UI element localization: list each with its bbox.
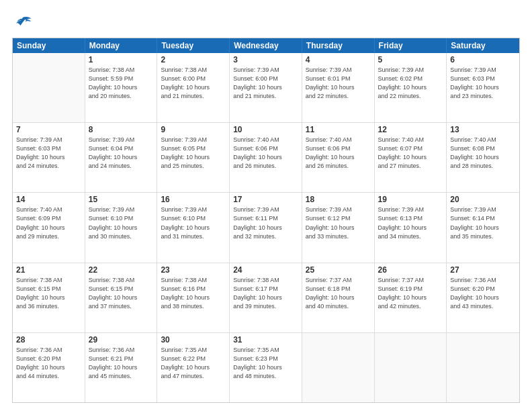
- calendar: SundayMondayTuesdayWednesdayThursdayFrid…: [12, 38, 520, 403]
- calendar-day-header: Tuesday: [157, 38, 230, 53]
- day-number: 18: [306, 195, 371, 204]
- day-number: 15: [89, 195, 154, 204]
- day-info: Sunrise: 7:39 AM Sunset: 6:03 PM Dayligh…: [450, 66, 516, 101]
- day-number: 25: [306, 265, 371, 275]
- calendar-day-header: Wednesday: [230, 38, 302, 53]
- calendar-day-cell: 23Sunrise: 7:38 AM Sunset: 6:16 PM Dayli…: [157, 263, 230, 332]
- day-info: Sunrise: 7:37 AM Sunset: 6:18 PM Dayligh…: [306, 276, 371, 311]
- calendar-day-cell: 7Sunrise: 7:39 AM Sunset: 6:03 PM Daylig…: [13, 123, 85, 192]
- day-number: 17: [233, 195, 298, 204]
- day-info: Sunrise: 7:39 AM Sunset: 6:01 PM Dayligh…: [306, 66, 371, 101]
- day-info: Sunrise: 7:39 AM Sunset: 6:11 PM Dayligh…: [233, 205, 298, 240]
- day-number: 21: [16, 265, 81, 275]
- calendar-day-cell: 30Sunrise: 7:35 AM Sunset: 6:22 PM Dayli…: [157, 333, 230, 402]
- calendar-day-cell: 16Sunrise: 7:39 AM Sunset: 6:10 PM Dayli…: [157, 193, 230, 262]
- day-info: Sunrise: 7:38 AM Sunset: 6:00 PM Dayligh…: [161, 66, 226, 101]
- day-info: Sunrise: 7:40 AM Sunset: 6:07 PM Dayligh…: [378, 136, 443, 171]
- day-info: Sunrise: 7:39 AM Sunset: 6:04 PM Dayligh…: [89, 136, 154, 171]
- calendar-header-row: SundayMondayTuesdayWednesdayThursdayFrid…: [13, 38, 519, 53]
- day-info: Sunrise: 7:39 AM Sunset: 6:10 PM Dayligh…: [89, 205, 154, 240]
- calendar-day-cell: 4Sunrise: 7:39 AM Sunset: 6:01 PM Daylig…: [302, 53, 375, 122]
- day-info: Sunrise: 7:38 AM Sunset: 6:15 PM Dayligh…: [89, 276, 154, 311]
- day-info: Sunrise: 7:40 AM Sunset: 6:08 PM Dayligh…: [450, 136, 516, 171]
- calendar-day-cell: 9Sunrise: 7:39 AM Sunset: 6:05 PM Daylig…: [157, 123, 230, 192]
- day-info: Sunrise: 7:40 AM Sunset: 6:06 PM Dayligh…: [306, 136, 371, 171]
- calendar-week-row: 14Sunrise: 7:40 AM Sunset: 6:09 PM Dayli…: [13, 193, 519, 263]
- day-number: 23: [161, 265, 226, 275]
- calendar-day-cell: 25Sunrise: 7:37 AM Sunset: 6:18 PM Dayli…: [302, 263, 375, 332]
- calendar-day-cell: 26Sunrise: 7:37 AM Sunset: 6:19 PM Dayli…: [375, 263, 447, 332]
- calendar-day-cell: 22Sunrise: 7:38 AM Sunset: 6:15 PM Dayli…: [85, 263, 158, 332]
- calendar-day-cell: 19Sunrise: 7:39 AM Sunset: 6:13 PM Dayli…: [375, 193, 447, 262]
- calendar-day-cell: 21Sunrise: 7:38 AM Sunset: 6:15 PM Dayli…: [13, 263, 85, 332]
- day-number: 6: [450, 55, 516, 64]
- day-info: Sunrise: 7:35 AM Sunset: 6:23 PM Dayligh…: [233, 346, 298, 381]
- day-number: 20: [450, 195, 516, 204]
- calendar-day-cell: 3Sunrise: 7:39 AM Sunset: 6:00 PM Daylig…: [230, 53, 302, 122]
- day-number: 19: [378, 195, 443, 204]
- calendar-body: 1Sunrise: 7:38 AM Sunset: 5:59 PM Daylig…: [13, 53, 519, 402]
- day-number: 27: [450, 265, 516, 275]
- day-info: Sunrise: 7:36 AM Sunset: 6:20 PM Dayligh…: [450, 276, 516, 311]
- day-number: 11: [306, 125, 371, 134]
- day-info: Sunrise: 7:39 AM Sunset: 6:12 PM Dayligh…: [306, 205, 371, 240]
- calendar-day-cell: 24Sunrise: 7:38 AM Sunset: 6:17 PM Dayli…: [230, 263, 302, 332]
- calendar-day-cell: 17Sunrise: 7:39 AM Sunset: 6:11 PM Dayli…: [230, 193, 302, 262]
- day-info: Sunrise: 7:38 AM Sunset: 6:16 PM Dayligh…: [161, 276, 226, 311]
- day-number: 31: [233, 335, 298, 345]
- day-number: 12: [378, 125, 443, 134]
- calendar-week-row: 28Sunrise: 7:36 AM Sunset: 6:20 PM Dayli…: [13, 333, 519, 402]
- calendar-day-cell: 29Sunrise: 7:36 AM Sunset: 6:21 PM Dayli…: [85, 333, 158, 402]
- day-info: Sunrise: 7:38 AM Sunset: 5:59 PM Dayligh…: [89, 66, 154, 101]
- calendar-day-cell: 18Sunrise: 7:39 AM Sunset: 6:12 PM Dayli…: [302, 193, 375, 262]
- calendar-day-cell: 1Sunrise: 7:38 AM Sunset: 5:59 PM Daylig…: [85, 53, 158, 122]
- day-info: Sunrise: 7:40 AM Sunset: 6:09 PM Dayligh…: [16, 205, 81, 240]
- calendar-day-header: Sunday: [13, 38, 85, 53]
- day-info: Sunrise: 7:40 AM Sunset: 6:06 PM Dayligh…: [233, 136, 298, 171]
- day-number: 30: [161, 335, 226, 345]
- day-number: 10: [233, 125, 298, 134]
- calendar-day-cell: [375, 333, 447, 402]
- day-info: Sunrise: 7:39 AM Sunset: 6:05 PM Dayligh…: [161, 136, 226, 171]
- day-number: 3: [233, 55, 298, 64]
- calendar-week-row: 1Sunrise: 7:38 AM Sunset: 5:59 PM Daylig…: [13, 53, 519, 123]
- day-info: Sunrise: 7:38 AM Sunset: 6:17 PM Dayligh…: [233, 276, 298, 311]
- calendar-day-cell: 13Sunrise: 7:40 AM Sunset: 6:08 PM Dayli…: [447, 123, 519, 192]
- calendar-week-row: 7Sunrise: 7:39 AM Sunset: 6:03 PM Daylig…: [13, 123, 519, 193]
- day-number: 5: [378, 55, 443, 64]
- day-number: 24: [233, 265, 298, 275]
- day-number: 29: [89, 335, 154, 345]
- calendar-day-header: Friday: [375, 38, 447, 53]
- calendar-day-header: Saturday: [447, 38, 519, 53]
- day-number: 22: [89, 265, 154, 275]
- calendar-day-cell: 5Sunrise: 7:39 AM Sunset: 6:02 PM Daylig…: [375, 53, 447, 122]
- calendar-day-cell: [302, 333, 375, 402]
- day-info: Sunrise: 7:36 AM Sunset: 6:21 PM Dayligh…: [89, 346, 154, 381]
- logo: [12, 15, 32, 32]
- day-info: Sunrise: 7:35 AM Sunset: 6:22 PM Dayligh…: [161, 346, 226, 381]
- page: SundayMondayTuesdayWednesdayThursdayFrid…: [0, 0, 532, 411]
- calendar-day-cell: 14Sunrise: 7:40 AM Sunset: 6:09 PM Dayli…: [13, 193, 85, 262]
- day-info: Sunrise: 7:39 AM Sunset: 6:13 PM Dayligh…: [378, 205, 443, 240]
- logo-bird-icon: [13, 15, 32, 30]
- day-number: 8: [89, 125, 154, 134]
- day-number: 9: [161, 125, 226, 134]
- calendar-day-cell: 20Sunrise: 7:39 AM Sunset: 6:14 PM Dayli…: [447, 193, 519, 262]
- calendar-day-cell: 10Sunrise: 7:40 AM Sunset: 6:06 PM Dayli…: [230, 123, 302, 192]
- day-number: 13: [450, 125, 516, 134]
- day-info: Sunrise: 7:39 AM Sunset: 6:02 PM Dayligh…: [378, 66, 443, 101]
- calendar-week-row: 21Sunrise: 7:38 AM Sunset: 6:15 PM Dayli…: [13, 263, 519, 333]
- day-number: 2: [161, 55, 226, 64]
- calendar-day-cell: [447, 333, 519, 402]
- calendar-day-cell: 11Sunrise: 7:40 AM Sunset: 6:06 PM Dayli…: [302, 123, 375, 192]
- day-number: 14: [16, 195, 81, 204]
- day-number: 1: [89, 55, 154, 64]
- day-info: Sunrise: 7:39 AM Sunset: 6:14 PM Dayligh…: [450, 205, 516, 240]
- day-number: 26: [378, 265, 443, 275]
- day-info: Sunrise: 7:39 AM Sunset: 6:10 PM Dayligh…: [161, 205, 226, 240]
- day-info: Sunrise: 7:36 AM Sunset: 6:20 PM Dayligh…: [16, 346, 81, 381]
- calendar-day-cell: 6Sunrise: 7:39 AM Sunset: 6:03 PM Daylig…: [447, 53, 519, 122]
- day-number: 16: [161, 195, 226, 204]
- calendar-day-cell: 12Sunrise: 7:40 AM Sunset: 6:07 PM Dayli…: [375, 123, 447, 192]
- calendar-day-cell: 27Sunrise: 7:36 AM Sunset: 6:20 PM Dayli…: [447, 263, 519, 332]
